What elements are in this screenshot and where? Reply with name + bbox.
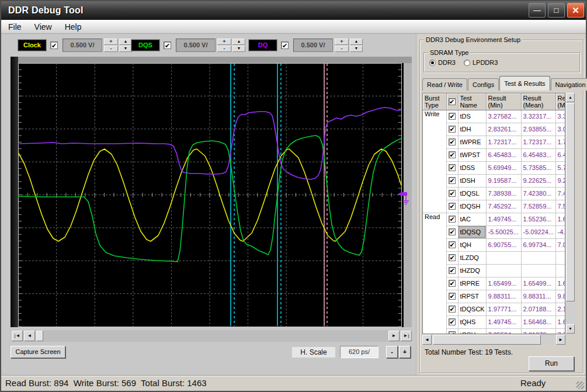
plot-left-edge — [11, 57, 18, 327]
plot-scroll-prev-icon[interactable]: ◄ — [24, 331, 35, 341]
test-name-cell[interactable]: tWPRE — [458, 136, 486, 148]
row-checkbox-cell: ✔ — [446, 110, 458, 123]
test-name-cell[interactable]: tDQSCK — [458, 303, 486, 315]
hscale-value-field[interactable]: 620 ps/ — [340, 346, 378, 358]
channel-dq-checkbox[interactable]: ✔ — [281, 41, 289, 49]
test-name-cell[interactable]: tQH — [458, 238, 486, 251]
test-name-cell[interactable]: tDH — [458, 123, 486, 136]
row-checkbox[interactable]: ✔ — [449, 126, 456, 133]
channel-clock-checkbox[interactable]: ✔ — [50, 41, 58, 49]
row-checkbox[interactable]: ✔ — [449, 241, 456, 248]
offset-up-icon[interactable]: ▲ — [350, 39, 363, 45]
row-checkbox[interactable]: ✔ — [449, 280, 456, 287]
row-checkbox[interactable]: ✔ — [449, 293, 456, 300]
test-name-cell[interactable]: tDQSQ — [458, 226, 486, 238]
column-header: Result (Min) — [486, 93, 521, 110]
close-button[interactable]: ✕ — [567, 3, 584, 18]
test-name-cell[interactable]: tDSS — [458, 161, 486, 174]
waveform-display[interactable] — [11, 57, 412, 327]
offset-down-icon[interactable]: ▼ — [350, 46, 363, 52]
test-name-cell[interactable]: tWPST — [458, 148, 486, 161]
test-name-cell[interactable]: tHZDQ — [458, 264, 486, 277]
row-checkbox[interactable]: ✔ — [449, 306, 456, 313]
table-scroll-right-icon[interactable]: ► — [556, 335, 565, 345]
channel-dq-button[interactable]: DQ — [248, 39, 277, 51]
plot-scroll-next-icon[interactable]: ► — [388, 331, 400, 341]
test-name-cell[interactable]: tDS — [458, 110, 486, 123]
table-scroll-up-icon[interactable]: ▲ — [566, 93, 575, 102]
menu-help[interactable]: Help — [59, 21, 88, 33]
offset-up-icon[interactable]: ▲ — [119, 39, 132, 45]
scale-plus-icon[interactable]: + — [335, 39, 349, 45]
result-mean-cell: 7.61878... — [521, 328, 555, 334]
row-checkbox[interactable]: ✔ — [449, 164, 456, 171]
resize-grip[interactable] — [576, 381, 584, 389]
channel-clock-button[interactable]: Clock — [18, 39, 47, 51]
radio-ddr3[interactable]: DDR3 — [429, 59, 456, 66]
scale-minus-icon[interactable]: - — [104, 46, 118, 52]
plot-scroll-last-icon[interactable]: ►| — [401, 331, 412, 341]
row-checkbox-cell: ✔ — [446, 123, 458, 136]
table-vscroll-thumb[interactable] — [566, 103, 575, 301]
minimize-button[interactable]: — — [529, 3, 546, 18]
test-name-cell[interactable]: tDSH — [458, 174, 486, 187]
maximize-button[interactable]: □ — [548, 3, 565, 18]
test-name-cell[interactable]: tDQSH — [458, 200, 486, 213]
test-name-cell[interactable]: tQSH — [458, 328, 486, 334]
scale-plus-icon[interactable]: + — [104, 39, 118, 45]
table-row-tds[interactable]: Write✔tDS3.27582...3.32317...3.3 — [423, 110, 565, 123]
scale-plus-icon[interactable]: + — [217, 39, 231, 45]
test-name-cell[interactable]: tDQSL — [458, 187, 486, 200]
test-name-cell[interactable]: tAC — [458, 213, 486, 226]
result-max-cell: 1.7 — [555, 136, 565, 148]
offset-down-icon[interactable]: ▼ — [232, 46, 245, 52]
row-checkbox[interactable]: ✔ — [449, 203, 456, 210]
plot-scroll-first-icon[interactable]: |◄ — [12, 331, 23, 341]
row-checkbox[interactable]: ✔ — [449, 138, 456, 145]
scale-minus-icon[interactable]: - — [335, 46, 349, 52]
offset-down-icon[interactable]: ▼ — [119, 46, 132, 52]
table-scroll-down-icon[interactable]: ▼ — [566, 324, 575, 334]
table-row-tac[interactable]: Read✔tAC1.49745...1.55236...1.6 — [423, 213, 565, 226]
channel-dqs-scale-field[interactable]: 0.500 V/ — [176, 39, 216, 52]
header-checkbox[interactable]: ✔ — [449, 98, 456, 105]
row-checkbox[interactable]: ✔ — [449, 177, 456, 184]
result-max-cell — [555, 264, 565, 277]
tab-test-results[interactable]: Test & Results — [499, 76, 550, 91]
result-max-cell — [555, 251, 565, 264]
row-checkbox[interactable]: ✔ — [449, 318, 456, 325]
channel-dq-scale-field[interactable]: 0.500 V/ — [293, 39, 333, 52]
channel-clock-scale-field[interactable]: 0.500 V/ — [62, 39, 102, 52]
table-scroll-left-icon[interactable]: ◄ — [422, 335, 432, 345]
menu-file[interactable]: File — [2, 21, 27, 33]
radio-lpddr3[interactable]: LPDDR3 — [464, 59, 498, 66]
run-button[interactable]: Run — [529, 356, 574, 371]
scale-minus-icon[interactable]: - — [217, 46, 231, 52]
plot-scroll-thumb[interactable] — [36, 331, 43, 341]
row-checkbox[interactable]: ✔ — [449, 113, 456, 120]
test-name-cell[interactable]: tQHS — [458, 315, 486, 328]
channel-dqs-button[interactable]: DQS — [131, 39, 160, 51]
hscale-increase-button[interactable]: + — [399, 346, 411, 358]
row-checkbox[interactable]: ✔ — [449, 190, 456, 197]
table-hscroll-thumb[interactable] — [433, 335, 541, 345]
offset-up-icon[interactable]: ▲ — [232, 39, 245, 45]
row-checkbox[interactable]: ✔ — [449, 151, 456, 158]
row-checkbox[interactable]: ✔ — [449, 331, 456, 334]
test-name-cell[interactable]: tLZDQ — [458, 251, 486, 264]
test-name-cell[interactable]: tRPRE — [458, 277, 486, 290]
burst-type-cell: Read — [423, 213, 446, 334]
test-name-cell[interactable]: tRPST — [458, 290, 486, 303]
tab-configs[interactable]: Configs — [468, 78, 499, 91]
hscale-decrease-button[interactable]: - — [386, 346, 398, 358]
results-tabstrip: Read / WriteConfigsTest & ResultsNavigat… — [422, 78, 587, 91]
tab-read-write[interactable]: Read / Write — [422, 78, 467, 91]
tab-navigation[interactable]: Navigation — [551, 78, 587, 91]
row-checkbox[interactable]: ✔ — [449, 228, 456, 235]
row-checkbox[interactable]: ✔ — [449, 216, 456, 223]
row-checkbox[interactable]: ✔ — [449, 254, 456, 261]
row-checkbox[interactable]: ✔ — [449, 267, 456, 274]
capture-screen-button[interactable]: Capture Screen — [11, 346, 65, 358]
menu-view[interactable]: View — [29, 21, 58, 33]
channel-dqs-checkbox[interactable]: ✔ — [164, 41, 171, 49]
